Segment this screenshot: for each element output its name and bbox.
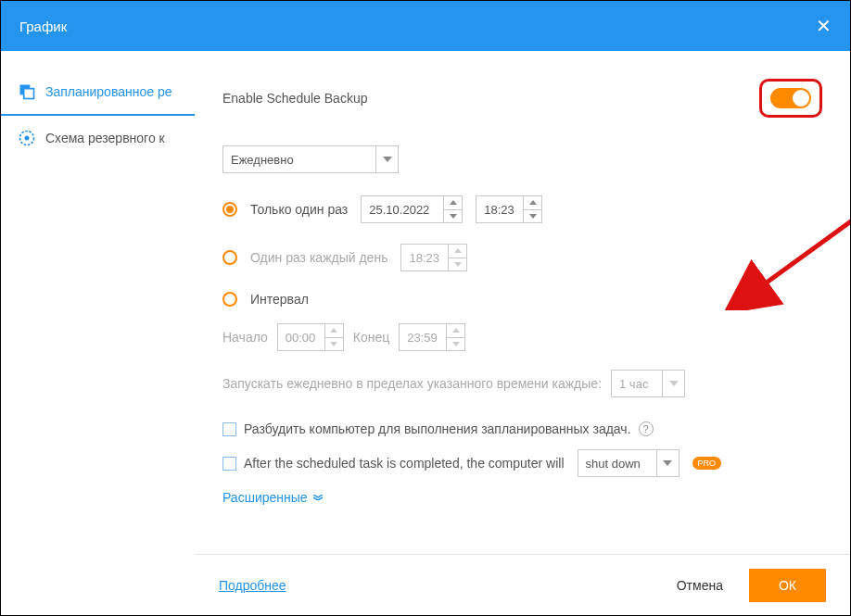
frequency-value: Ежедневно [231, 153, 294, 167]
radio-interval-label: Интервал [250, 292, 309, 307]
chevron-up-icon[interactable] [524, 196, 541, 210]
frequency-select[interactable]: Ежедневно [222, 145, 399, 173]
chevron-down-icon[interactable] [447, 338, 464, 351]
spinner-buttons[interactable] [523, 196, 541, 222]
wake-label: Разбудить компьютер для выполнения запла… [244, 421, 631, 436]
chevron-down-icon[interactable] [524, 210, 541, 223]
radio-once-label: Только один раз [250, 202, 348, 217]
chevron-up-icon[interactable] [325, 324, 343, 338]
chevron-up-icon[interactable] [449, 245, 466, 258]
spinner-buttons[interactable] [324, 324, 343, 350]
cancel-button[interactable]: Отмена [667, 571, 732, 600]
copy-icon [18, 82, 36, 101]
after-action-value: shut down [586, 457, 641, 471]
close-icon[interactable]: ✕ [816, 15, 832, 37]
radio-daily[interactable] [222, 250, 237, 265]
after-checkbox[interactable] [222, 457, 236, 471]
after-action-select[interactable]: shut down [578, 449, 680, 477]
interval-every-label: Запускать ежедневно в пределах указанног… [222, 376, 602, 391]
interval-end-label: Конец [353, 330, 389, 345]
interval-range-row: Начало Конец [222, 323, 822, 351]
chevron-down-icon[interactable] [325, 338, 343, 351]
option-interval-row: Интервал [222, 292, 822, 307]
daily-time-input[interactable] [400, 244, 467, 271]
wake-checkbox[interactable] [222, 422, 236, 436]
once-date-input[interactable] [361, 195, 463, 223]
after-row: After the scheduled task is completed, t… [222, 449, 822, 477]
interval-start-label: Начало [222, 330, 268, 345]
chevron-up-icon[interactable] [447, 324, 464, 338]
interval-every-row: Запускать ежедневно в пределах указанног… [222, 370, 822, 397]
help-icon[interactable]: ? [639, 421, 654, 436]
once-time-input[interactable] [476, 195, 542, 223]
advanced-link[interactable]: Расширенные [222, 490, 822, 505]
radio-interval[interactable] [222, 292, 237, 307]
interval-every-select[interactable]: 1 час [611, 370, 685, 397]
chevron-down-icon [662, 371, 684, 396]
dialog-body: Запланированное ре Схема резервного к En… [1, 51, 850, 554]
spinner-buttons[interactable] [448, 245, 466, 270]
ok-button[interactable]: ОК [749, 569, 826, 602]
spinner-buttons[interactable] [443, 196, 462, 222]
interval-every-value: 1 час [619, 377, 648, 391]
chevron-down-icon[interactable] [449, 258, 466, 271]
pro-badge: PRO [692, 457, 722, 470]
chevron-down-icon[interactable] [444, 210, 462, 223]
more-link[interactable]: Подробнее [219, 578, 286, 593]
option-once-row: Только один раз [222, 195, 822, 223]
titlebar: График ✕ [1, 1, 850, 51]
radio-once[interactable] [222, 202, 237, 217]
svg-rect-1 [24, 89, 34, 99]
spinner-buttons[interactable] [446, 324, 464, 350]
footer: Подробнее Отмена ОК [195, 554, 850, 615]
chevron-down-icon [656, 450, 679, 476]
main-panel: Enable Schedule Backup Ежедневно Только … [195, 51, 850, 554]
advanced-label: Расширенные [222, 490, 308, 505]
after-label: After the scheduled task is completed, t… [244, 456, 565, 471]
chevron-down-icon [375, 146, 398, 172]
svg-point-3 [25, 136, 30, 141]
sidebar-item-scheme[interactable]: Схема резервного к [1, 116, 195, 160]
schedule-dialog: График ✕ Запланированное ре Схема резерв… [0, 0, 851, 616]
sidebar-item-label: Схема резервного к [45, 131, 165, 145]
frequency-row: Ежедневно [222, 145, 822, 173]
toggle-highlight [759, 79, 822, 118]
double-chevron-down-icon [313, 495, 323, 500]
gear-icon [18, 129, 36, 147]
interval-start-input[interactable] [277, 323, 344, 351]
interval-end-input[interactable] [399, 323, 465, 351]
sidebar: Запланированное ре Схема резервного к [1, 51, 195, 554]
enable-row: Enable Schedule Backup [222, 79, 822, 118]
sidebar-item-label: Запланированное ре [45, 84, 171, 99]
wake-row: Разбудить компьютер для выполнения запла… [222, 421, 822, 436]
radio-daily-label: Один раз каждый день [250, 250, 387, 265]
enable-label: Enable Schedule Backup [222, 91, 367, 106]
option-daily-row: Один раз каждый день [222, 244, 822, 271]
sidebar-item-scheduled[interactable]: Запланированное ре [1, 69, 195, 116]
enable-toggle[interactable] [770, 88, 811, 108]
chevron-up-icon[interactable] [444, 196, 462, 210]
dialog-title: График [19, 19, 67, 34]
footer-buttons: Отмена ОК [667, 569, 826, 602]
